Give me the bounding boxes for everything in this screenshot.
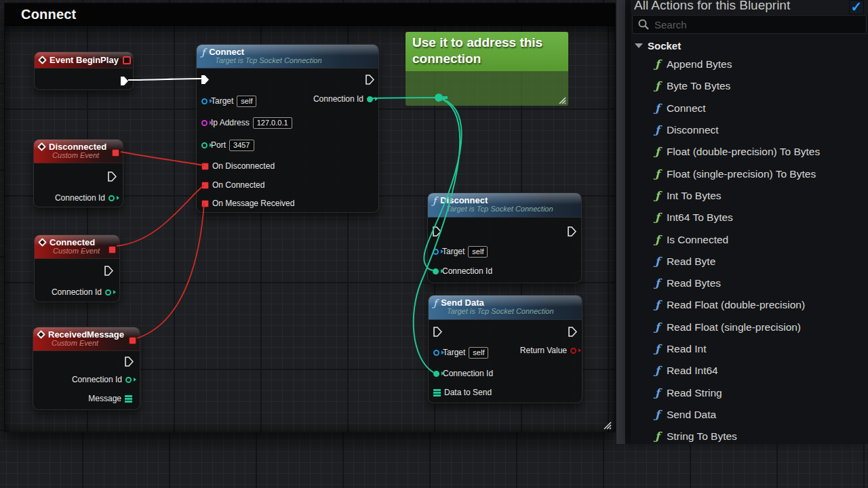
exec-out-pin[interactable] [120,76,129,86]
action-item-read-bytes[interactable]: ƒRead Bytes [631,272,868,294]
function-icon: ƒ [655,169,660,180]
data-to-send-array-pin[interactable] [433,389,441,396]
target-pin[interactable] [201,98,208,104]
category-socket[interactable]: Socket [631,37,868,54]
action-item-append-bytes[interactable]: ƒAppend Bytes [631,54,868,75]
action-item-float-single-to-bytes[interactable]: ƒFloat (single-precision) To Bytes [631,163,868,184]
search-bar[interactable] [632,15,867,34]
function-icon: ƒ [655,256,660,267]
exec-out-pin[interactable] [104,266,113,276]
delegate-pin[interactable] [112,149,119,157]
action-label: Append Bytes [667,58,732,70]
action-item-read-string[interactable]: ƒRead String [631,382,868,403]
exec-in-pin[interactable] [201,75,210,85]
target-value-input[interactable]: self [237,96,256,107]
node-disconnected[interactable]: Disconnected Custom Event Connection Id [33,139,123,207]
action-item-float-double-to-bytes[interactable]: ƒFloat (double-precision) To Bytes [631,141,868,163]
function-icon: ƒ [655,344,660,354]
function-icon: ƒ [655,235,660,245]
function-icon: ƒ [655,300,660,310]
action-item-int-to-bytes[interactable]: ƒInt To Bytes [631,185,868,207]
delegate-pin[interactable] [129,337,136,344]
node-subtitle: Custom Event [53,247,114,255]
exec-out-pin[interactable] [125,357,134,367]
context-sensitive-checkbox[interactable]: ✓ [849,0,864,14]
exec-out-pin[interactable] [568,226,576,237]
on-disconnected-pin[interactable] [201,163,209,170]
node-title: Disconnect [440,195,488,205]
comment-node[interactable]: Use it to address this connection [406,32,568,106]
function-icon: ƒ [655,322,660,333]
pin-label: Port [211,140,226,150]
action-item-read-int[interactable]: ƒRead Int [631,338,868,360]
comment-text: Use it to address this connection [412,35,561,67]
action-item-string-to-bytes[interactable]: ƒString To Bytes [631,426,868,444]
message-array-pin[interactable] [125,395,132,403]
search-input[interactable] [654,19,844,30]
category-label: Socket [648,40,681,52]
port-pin[interactable] [201,142,208,148]
node-received-message[interactable]: ReceivedMessage Custom Event Connection … [33,327,140,410]
blueprint-background: Connect Use it to address this connectio… [0,0,868,488]
action-item-read-int64[interactable]: ƒRead Int64 [631,360,868,382]
connection-id-pin[interactable] [108,195,115,201]
node-subtitle: Custom Event [52,339,134,347]
connection-id-pin[interactable] [125,377,132,383]
connection-id-pin[interactable] [433,371,439,377]
action-item-int64-to-bytes[interactable]: ƒInt64 To Bytes [631,207,868,228]
connection-id-pin[interactable] [367,96,373,102]
node-event-beginplay[interactable]: Event BeginPlay [34,52,134,90]
event-icon [37,142,46,151]
action-item-send-data[interactable]: ƒSend Data [631,404,868,426]
ip-address-pin[interactable] [201,120,208,126]
port-input[interactable]: 3457 [229,140,254,151]
action-item-connect[interactable]: ƒConnect [631,98,868,119]
target-value-input[interactable]: self [469,347,488,359]
node-connected[interactable]: Connected Custom Event Connection Id [34,235,120,302]
chevron-down-icon [635,43,643,48]
target-value-input[interactable]: self [468,246,488,258]
action-item-read-float-double[interactable]: ƒRead Float (double-precision) [631,294,868,316]
ip-address-input[interactable]: 127.0.0.1 [253,117,292,129]
pin-label: Connection Id [52,287,102,297]
panel-splitter[interactable] [616,0,626,444]
action-item-disconnect[interactable]: ƒDisconnect [631,119,868,141]
connection-id-pin[interactable] [105,289,111,296]
function-icon: ƒ [201,47,205,57]
pin-label: Connection Id [442,266,492,276]
return-value-pin[interactable] [570,348,576,354]
target-pin[interactable] [433,350,439,356]
node-send-data[interactable]: ƒ Send Data Target is Tcp Socket Connect… [428,295,583,403]
function-icon: ƒ [655,278,660,289]
function-icon: ƒ [655,146,660,157]
graph-titlebar[interactable]: Connect [5,3,615,26]
pin-label: On Connected [212,180,264,190]
delegate-pin[interactable] [108,246,116,253]
action-label: Read Int [667,343,707,355]
action-item-byte-to-bytes[interactable]: ƒByte To Bytes [631,75,868,97]
node-disconnect[interactable]: ƒ Disconnect Target is Tcp Socket Connec… [427,192,582,283]
action-item-read-byte[interactable]: ƒRead Byte [631,251,868,272]
exec-out-pin[interactable] [568,327,577,337]
connection-id-pin[interactable] [433,268,439,274]
action-label: Read Float (double-precision) [667,299,805,311]
node-title: Event BeginPlay [50,55,119,65]
node-subtitle: Target is Tcp Socket Connection [215,56,373,64]
action-item-is-connected[interactable]: ƒIs Connected [631,228,868,250]
exec-out-pin[interactable] [366,75,374,85]
target-pin[interactable] [433,249,439,255]
on-connected-pin[interactable] [201,182,209,189]
on-message-received-pin[interactable] [201,200,209,207]
exec-in-pin[interactable] [433,327,442,337]
graph-canvas[interactable]: Use it to address this connection Event … [5,26,615,432]
canvas-resize-grip[interactable] [601,420,612,430]
comment-header[interactable]: Use it to address this connection [406,32,568,71]
comment-resize-grip[interactable] [557,95,566,104]
action-item-read-float-single[interactable]: ƒRead Float (single-precision) [631,317,868,338]
node-subtitle: Target is Tcp Socket Connection [446,205,576,213]
function-icon: ƒ [655,81,660,92]
exec-in-pin[interactable] [433,226,441,237]
delegate-pin[interactable] [123,56,131,64]
exec-out-pin[interactable] [108,171,117,182]
node-connect[interactable]: ƒ Connect Target is Tcp Socket Connectio… [196,44,379,213]
